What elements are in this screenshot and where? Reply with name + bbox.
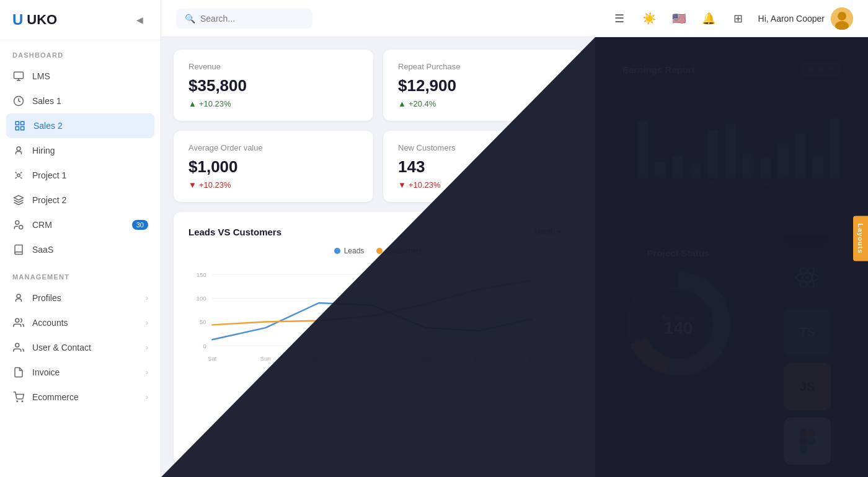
sidebar-item-hiring[interactable]: Hiring bbox=[0, 138, 161, 163]
user-contact-chevron: › bbox=[146, 343, 148, 352]
svg-rect-52 bbox=[795, 134, 806, 178]
top-cards-row: Revenue $35,800 ▲ +10.23% Repeat Purchas… bbox=[174, 50, 583, 121]
svg-rect-54 bbox=[830, 118, 839, 178]
sidebar-item-ecommerce[interactable]: Ecommerce › bbox=[0, 385, 161, 409]
leads-legend-label: Leads bbox=[344, 247, 365, 255]
logo-name: UKO bbox=[27, 12, 57, 28]
dashboard-section-label: DASHBOARD bbox=[0, 40, 161, 64]
revenue-value: $35,800 bbox=[188, 76, 358, 95]
avg-down-icon: ▼ bbox=[188, 180, 197, 190]
svg-rect-46 bbox=[690, 164, 701, 178]
layouts-tab[interactable]: Layouts bbox=[853, 216, 868, 261]
svg-rect-83 bbox=[799, 445, 807, 453]
svg-text:0: 0 bbox=[203, 343, 206, 349]
sidebar-item-lms[interactable]: LMS bbox=[0, 64, 161, 89]
header: 🔍 ☰ ☀️ 🇺🇸 🔔 ⊞ Hi, Aaron Cooper bbox=[161, 0, 868, 37]
project-status-title: Project Status bbox=[647, 248, 710, 258]
bottom-dark-row: Project Status Avg Range bbox=[608, 235, 856, 465]
customers-legend-label: Customers bbox=[386, 247, 422, 255]
lms-icon bbox=[12, 70, 25, 82]
svg-text:May: May bbox=[709, 181, 717, 186]
light-content: Revenue $35,800 ▲ +10.23% Repeat Purchas… bbox=[161, 37, 595, 477]
svg-point-12 bbox=[16, 343, 19, 347]
main-area: 🔍 ☰ ☀️ 🇺🇸 🔔 ⊞ Hi, Aaron Cooper Reve bbox=[161, 0, 868, 477]
earnings-chart-filter[interactable]: Month ▾ bbox=[800, 62, 841, 77]
accounts-label: Accounts bbox=[32, 318, 68, 328]
svg-rect-3 bbox=[21, 121, 24, 125]
hiring-icon bbox=[12, 144, 25, 157]
search-box[interactable]: 🔍 bbox=[176, 9, 312, 28]
sidebar-logo: U UKO ◀ bbox=[0, 0, 161, 40]
hiring-label: Hiring bbox=[32, 146, 55, 155]
sidebar-item-project1[interactable]: Project 1 bbox=[0, 163, 161, 188]
svg-text:100: 100 bbox=[197, 295, 206, 302]
notification-icon[interactable]: 🔔 bbox=[699, 9, 719, 28]
svg-text:Wed: Wed bbox=[420, 355, 432, 362]
avg-order-value: $1,000 bbox=[188, 157, 358, 177]
avg-order-change: ▼ +10.23% bbox=[188, 180, 358, 190]
svg-rect-43 bbox=[637, 122, 649, 178]
menu-icon[interactable]: ☰ bbox=[609, 9, 629, 28]
crm-label: CRM bbox=[32, 220, 52, 230]
avatar bbox=[831, 7, 853, 30]
sidebar-item-sales1[interactable]: Sales 1 bbox=[0, 89, 161, 113]
repeat-purchase-change: ▲ +20.4% bbox=[398, 99, 568, 108]
saas-icon bbox=[12, 243, 25, 256]
leads-chart-filter[interactable]: Month ▾ bbox=[528, 224, 568, 239]
theme-icon[interactable]: ☀️ bbox=[639, 9, 659, 28]
sidebar: U UKO ◀ DASHBOARD LMS Sales 1 Sales 2 Hi… bbox=[0, 0, 161, 477]
logo-icon: U bbox=[12, 11, 23, 28]
svg-rect-82 bbox=[807, 437, 815, 445]
ecommerce-icon bbox=[12, 391, 25, 403]
svg-text:Oct: Oct bbox=[797, 181, 804, 185]
react-icon[interactable] bbox=[784, 254, 831, 301]
svg-text:Apr: Apr bbox=[693, 181, 699, 186]
nextjs-icon[interactable]: N bbox=[784, 235, 831, 247]
svg-text:Sep: Sep bbox=[779, 181, 787, 186]
apps-icon[interactable]: ⊞ bbox=[728, 9, 748, 28]
flag-icon[interactable]: 🇺🇸 bbox=[669, 9, 689, 28]
svg-point-10 bbox=[17, 294, 20, 298]
header-user[interactable]: Hi, Aaron Cooper bbox=[758, 7, 853, 30]
sidebar-item-accounts[interactable]: Accounts › bbox=[0, 310, 161, 335]
new-customers-label: New Customers bbox=[398, 143, 568, 152]
nc-down-icon: ▼ bbox=[398, 180, 406, 190]
search-icon: 🔍 bbox=[185, 14, 195, 24]
sidebar-item-project2[interactable]: Project 2 bbox=[0, 188, 161, 212]
svg-text:11k: 11k bbox=[627, 131, 634, 136]
user-greeting: Hi, Aaron Cooper bbox=[758, 14, 825, 24]
svg-text:Jan: Jan bbox=[640, 181, 647, 185]
filter-chevron: ▾ bbox=[557, 227, 561, 236]
svg-text:8k: 8k bbox=[629, 145, 634, 149]
svg-point-6 bbox=[17, 147, 20, 151]
svg-text:50: 50 bbox=[200, 318, 206, 325]
svg-rect-44 bbox=[655, 162, 666, 178]
svg-rect-0 bbox=[14, 72, 24, 79]
sidebar-item-saas[interactable]: SaaS bbox=[0, 237, 161, 262]
logo: U UKO bbox=[12, 11, 57, 28]
header-actions: ☰ ☀️ 🇺🇸 🔔 ⊞ Hi, Aaron Cooper bbox=[609, 7, 853, 30]
sidebar-item-crm[interactable]: CRM 30 bbox=[0, 212, 161, 237]
customers-legend-dot bbox=[376, 248, 383, 254]
project2-label: Project 2 bbox=[32, 195, 66, 205]
revenue-change: ▲ +10.23% bbox=[188, 99, 358, 108]
leads-line-chart: 0 50 100 150 Sat Sun Mon Tue Wed Thu Fri bbox=[188, 260, 568, 372]
sidebar-item-profiles[interactable]: Profiles › bbox=[0, 286, 161, 310]
javascript-icon[interactable]: JS bbox=[784, 363, 831, 410]
typescript-icon[interactable]: TS bbox=[784, 309, 831, 356]
search-input[interactable] bbox=[200, 14, 299, 24]
leads-legend-dot bbox=[334, 248, 340, 254]
user-contact-label: User & Contact bbox=[32, 343, 91, 352]
chart-legend: Leads Customers bbox=[188, 247, 568, 255]
sidebar-item-user-contact[interactable]: User & Contact › bbox=[0, 335, 161, 360]
sidebar-item-sales2[interactable]: Sales 2 bbox=[6, 113, 154, 138]
sidebar-item-invoice[interactable]: Invoice › bbox=[0, 360, 161, 385]
project1-label: Project 1 bbox=[32, 170, 66, 180]
saas-label: SaaS bbox=[32, 245, 53, 255]
figma-icon[interactable] bbox=[784, 418, 831, 465]
invoice-label: Invoice bbox=[32, 367, 60, 377]
lms-label: LMS bbox=[32, 71, 50, 81]
svg-rect-79 bbox=[799, 429, 807, 437]
sidebar-collapse-button[interactable]: ◀ bbox=[131, 11, 148, 28]
svg-point-7 bbox=[17, 174, 20, 177]
